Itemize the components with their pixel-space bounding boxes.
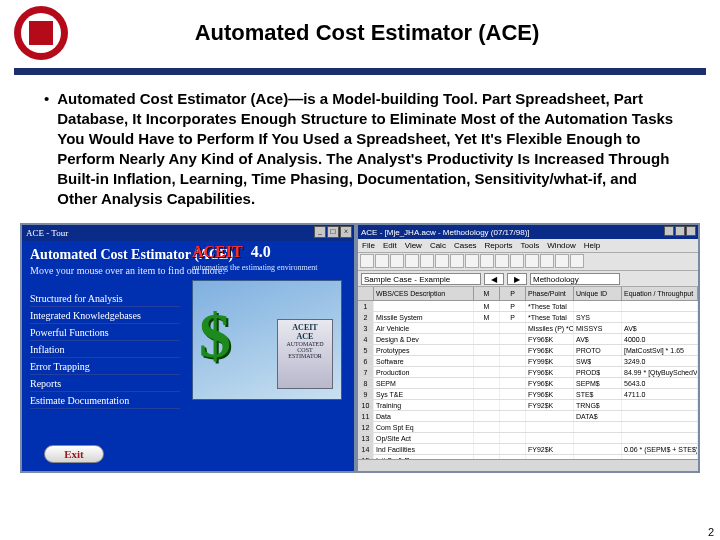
toolbar-btn[interactable] (405, 254, 419, 268)
menu-tools[interactable]: Tools (521, 241, 540, 250)
session-window: ACE - [Mje_JHA.acw - Methodology (07/17/… (356, 223, 700, 473)
col-rownum (358, 287, 374, 300)
table-row[interactable]: 13 Op/Site Act (358, 433, 698, 444)
divider (14, 68, 706, 75)
toolbar-btn[interactable] (375, 254, 389, 268)
menu-view[interactable]: View (405, 241, 422, 250)
dollar-sign-icon: $ (199, 299, 231, 373)
menu-edit[interactable]: Edit (383, 241, 397, 250)
box-top: ACEIT (281, 323, 329, 332)
maximize-icon[interactable] (675, 226, 685, 236)
table-row[interactable]: 14 Ind FacilitiesFY92$K0.06 * (SEPM$ + S… (358, 444, 698, 455)
menu-window[interactable]: Window (547, 241, 575, 250)
col-m: M (474, 287, 500, 300)
spreadsheet[interactable]: WBS/CES Description M P Phase/Point Uniq… (358, 287, 698, 459)
col-p: P (500, 287, 526, 300)
bullet-text: Automated Cost Estimator (Ace)—is a Mode… (57, 89, 676, 209)
table-row[interactable]: 9 Sys T&EFY96$KSTE$4711.0 (358, 389, 698, 400)
col-eq: Equation / Throughput (622, 287, 698, 300)
col-desc: WBS/CES Description (374, 287, 474, 300)
toolbar-btn[interactable] (525, 254, 539, 268)
toolbar-btn[interactable] (540, 254, 554, 268)
minimize-icon[interactable]: _ (314, 226, 326, 238)
toolbar-btn[interactable] (465, 254, 479, 268)
table-row[interactable]: 11 DataDATA$ (358, 411, 698, 422)
toolbar-btn[interactable] (480, 254, 494, 268)
product-logo: ACEIT (192, 243, 243, 260)
table-row[interactable]: 6 SoftwareFY99$KSW$3249.0 (358, 356, 698, 367)
toolbar-btn[interactable] (495, 254, 509, 268)
menu-cases[interactable]: Cases (454, 241, 477, 250)
table-row[interactable]: 3 Air VehicleMissiles (P) *C TotalMISSYS… (358, 323, 698, 334)
product-box: ACEIT ACE AUTOMATED COST ESTIMATOR (277, 319, 333, 389)
toolbar-btn[interactable] (390, 254, 404, 268)
tour-titlebar: ACE - Tour _ □ × (22, 225, 354, 241)
toolbar-btn[interactable] (555, 254, 569, 268)
slide-title: Automated Cost Estimator (ACE) (68, 20, 706, 46)
menubar: File Edit View Calc Cases Reports Tools … (358, 239, 698, 253)
box-sub: AUTOMATED COST ESTIMATOR (281, 341, 329, 359)
bullet-dot-icon: • (44, 89, 49, 209)
column-headers: WBS/CES Description M P Phase/Point Uniq… (358, 287, 698, 301)
product-tagline: automating the estimating environment (192, 263, 348, 272)
table-row[interactable]: 7 ProductionFY96$KPROD$84.99 * [QtyBuySc… (358, 367, 698, 378)
table-row[interactable]: 4 Design & DevFY96$KAV$4000.0 (358, 334, 698, 345)
table-row[interactable]: 12 Com Spt Eq (358, 422, 698, 433)
tour-item[interactable]: Reports (30, 375, 180, 392)
menu-calc[interactable]: Calc (430, 241, 446, 250)
view-dropdown[interactable]: Methodology (530, 273, 620, 285)
army-seal-icon (14, 6, 68, 60)
toolbar-btn[interactable] (435, 254, 449, 268)
menu-file[interactable]: File (362, 241, 375, 250)
toolbar (358, 253, 698, 271)
session-titlebar: ACE - [Mje_JHA.acw - Methodology (07/17/… (358, 225, 698, 239)
table-row[interactable]: 1MP*These Total (358, 301, 698, 312)
case-dropdown[interactable]: Sample Case - Example (361, 273, 481, 285)
tour-item[interactable]: Error Trapping (30, 358, 180, 375)
menu-reports[interactable]: Reports (485, 241, 513, 250)
close-icon[interactable]: × (340, 226, 352, 238)
minimize-icon[interactable] (664, 226, 674, 236)
product-version: 4.0 (251, 243, 271, 260)
toolbar-btn[interactable] (450, 254, 464, 268)
box-mid: ACE (281, 332, 329, 341)
tour-window: ACE - Tour _ □ × Automated Cost Estimato… (20, 223, 356, 473)
tour-item[interactable]: Estimate Documentation (30, 392, 180, 409)
tour-item[interactable]: Structured for Analysis (30, 290, 180, 307)
tour-item[interactable]: Integrated Knowledgebases (30, 307, 180, 324)
col-uid: Unique ID (574, 287, 622, 300)
maximize-icon[interactable]: □ (327, 226, 339, 238)
toolbar-btn[interactable] (420, 254, 434, 268)
bullet-item: • Automated Cost Estimator (Ace)—is a Mo… (44, 89, 676, 209)
nav-btn[interactable]: ◀ (484, 273, 504, 285)
status-bar (358, 459, 698, 471)
toolbar-btn[interactable] (360, 254, 374, 268)
product-panel: ACEIT 4.0 automating the estimating envi… (192, 243, 348, 400)
nav-btn[interactable]: ▶ (507, 273, 527, 285)
table-row[interactable]: 2Missile SystemMP*These TotalSYS (358, 312, 698, 323)
tour-titlebar-text: ACE - Tour (26, 228, 68, 238)
col-phase: Phase/Point (526, 287, 574, 300)
toolbar-btn[interactable] (570, 254, 584, 268)
table-row[interactable]: 5 PrototypesFY96$KPROTO[MatCostSvl] * 1.… (358, 345, 698, 356)
menu-help[interactable]: Help (584, 241, 600, 250)
product-art: $ ACEIT ACE AUTOMATED COST ESTIMATOR (192, 280, 342, 400)
tour-item[interactable]: Powerful Functions (30, 324, 180, 341)
table-row[interactable]: 8 SEPMFY96$KSEPM$5643.0 (358, 378, 698, 389)
dropdown-row: Sample Case - Example ◀ ▶ Methodology (358, 271, 698, 287)
close-icon[interactable] (686, 226, 696, 236)
tour-item[interactable]: Inflation (30, 341, 180, 358)
toolbar-btn[interactable] (510, 254, 524, 268)
exit-button[interactable]: Exit (44, 445, 104, 463)
table-row[interactable]: 10 TrainingFY92$KTRNG$ (358, 400, 698, 411)
page-number: 2 (708, 526, 714, 538)
session-titlebar-text: ACE - [Mje_JHA.acw - Methodology (07/17/… (361, 228, 530, 237)
